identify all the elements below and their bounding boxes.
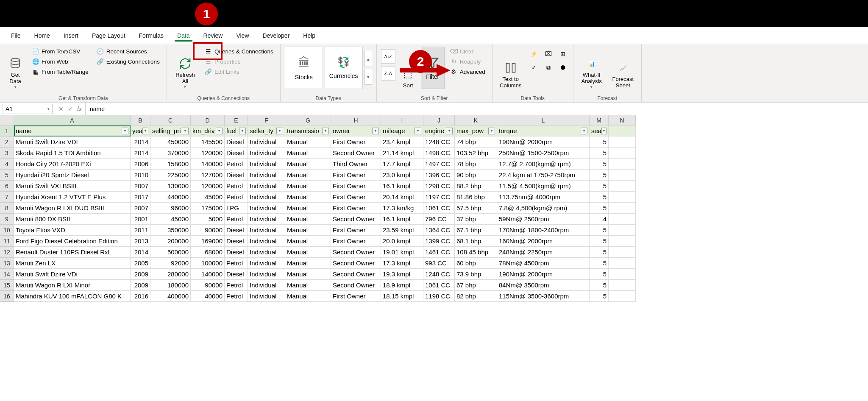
data-cell[interactable]: 20.0 kmpl [381, 236, 423, 247]
cancel-formula-button[interactable]: ✕ [58, 106, 64, 112]
data-cell[interactable]: Manual [285, 247, 331, 258]
data-cell[interactable]: 120000 [191, 181, 225, 192]
data-cell[interactable]: Diesel [225, 136, 248, 148]
data-cell[interactable]: Third Owner [331, 159, 381, 170]
data-cell[interactable]: Toyota Etios VXD [14, 225, 131, 236]
data-cell[interactable]: Individual [248, 291, 285, 302]
row-header-5[interactable]: 5 [0, 170, 14, 181]
data-cell[interactable]: 16.1 kmpl [381, 181, 423, 192]
column-header-G[interactable]: G [285, 115, 331, 125]
row-header-2[interactable]: 2 [0, 136, 14, 148]
advanced-filter-button[interactable]: ⚙Advanced [448, 67, 488, 76]
data-cell[interactable]: Manual [285, 148, 331, 159]
data-cell[interactable]: 2010 [131, 170, 150, 181]
from-table-range-button[interactable]: ▦From Table/Range [30, 67, 91, 76]
accept-formula-button[interactable]: ✓ [68, 106, 73, 112]
header-cell[interactable]: fuel▾ [225, 125, 248, 136]
data-cell[interactable]: 11.5@ 4,500(kgm@ rpm) [497, 181, 590, 192]
filter-dropdown[interactable]: ▾ [216, 128, 223, 134]
filter-dropdown[interactable]: ▾ [276, 128, 283, 134]
data-cell[interactable]: Mahindra KUV 100 mFALCON G80 K [14, 291, 131, 302]
header-cell[interactable]: torque▾ [497, 125, 590, 136]
data-cell[interactable]: 1461 CC [423, 247, 455, 258]
data-cell[interactable]: Second Owner [331, 258, 381, 269]
data-cell[interactable]: 190Nm@ 2000rpm [497, 269, 590, 280]
data-cell[interactable]: Maruti Swift Dzire VDi [14, 269, 131, 280]
data-cell[interactable]: First Owner [331, 181, 381, 192]
data-cell[interactable]: 280000 [150, 269, 191, 280]
data-cell[interactable]: Maruti Wagon R LXI DUO BSIII [14, 203, 131, 214]
data-cell[interactable]: Manual [285, 159, 331, 170]
data-cell[interactable]: Manual [285, 225, 331, 236]
data-cell[interactable]: 5 [590, 181, 609, 192]
data-cell[interactable]: 78 bhp [455, 159, 497, 170]
header-cell[interactable]: engine▾ [423, 125, 455, 136]
data-cell[interactable] [609, 225, 636, 236]
row-header-12[interactable]: 12 [0, 247, 14, 258]
data-cell[interactable]: 108.45 bhp [455, 247, 497, 258]
tab-file[interactable]: File [5, 29, 27, 42]
data-cell[interactable]: Diesel [225, 170, 248, 181]
data-cell[interactable]: 370000 [150, 148, 191, 159]
data-cell[interactable]: 2014 [131, 247, 150, 258]
data-cell[interactable]: 5 [590, 159, 609, 170]
from-text-csv-button[interactable]: 📄From Text/CSV [30, 47, 91, 56]
data-cell[interactable]: Manual [285, 269, 331, 280]
data-cell[interactable]: 5 [590, 291, 609, 302]
data-cell[interactable]: Honda City 2017-2020 EXi [14, 159, 131, 170]
data-cell[interactable]: 127000 [191, 170, 225, 181]
sort-asc-button[interactable]: A↓Z [381, 49, 395, 64]
row-header-8[interactable]: 8 [0, 203, 14, 214]
data-cell[interactable]: Individual [248, 236, 285, 247]
data-cell[interactable]: 5 [590, 136, 609, 148]
tab-view[interactable]: View [230, 29, 255, 42]
row-header-3[interactable]: 3 [0, 148, 14, 159]
data-cell[interactable]: First Owner [331, 236, 381, 247]
data-cell[interactable]: Individual [248, 258, 285, 269]
data-cell[interactable]: 140000 [191, 269, 225, 280]
column-header-B[interactable]: B [131, 115, 150, 125]
filter-dropdown[interactable]: ▾ [601, 128, 606, 134]
data-cell[interactable]: 23.59 kmpl [381, 225, 423, 236]
data-cell[interactable]: 1198 CC [423, 291, 455, 302]
data-cell[interactable]: 250Nm@ 1500-2500rpm [497, 148, 590, 159]
data-cell[interactable]: 5 [590, 203, 609, 214]
row-header-7[interactable]: 7 [0, 192, 14, 203]
data-cell[interactable]: 40000 [191, 291, 225, 302]
data-cell[interactable]: Petrol [225, 214, 248, 225]
data-cell[interactable] [609, 170, 636, 181]
data-cell[interactable]: 440000 [150, 192, 191, 203]
manage-model-button[interactable]: ⬢ [557, 62, 569, 73]
tab-formulas[interactable]: Formulas [133, 29, 170, 42]
tab-data[interactable]: Data [171, 29, 196, 42]
what-if-button[interactable]: 📊 What-IfAnalysis ▾ [578, 47, 606, 89]
data-cell[interactable]: 2016 [131, 291, 150, 302]
data-cell[interactable]: 19.3 kmpl [381, 269, 423, 280]
data-cell[interactable]: 1248 CC [423, 269, 455, 280]
data-cell[interactable]: Manual [285, 280, 331, 291]
existing-connections-button[interactable]: 🔗Existing Connections [95, 57, 162, 66]
filter-dropdown[interactable]: ▾ [488, 128, 495, 134]
data-cell[interactable]: Diesel [225, 247, 248, 258]
data-cell[interactable]: Maruti Zen LX [14, 258, 131, 269]
data-cell[interactable]: 67.1 bhp [455, 225, 497, 236]
data-cell[interactable]: 158000 [150, 159, 191, 170]
gallery-up-button[interactable]: ▲ [364, 51, 372, 67]
data-cell[interactable]: 17.7 kmpl [381, 159, 423, 170]
data-cell[interactable]: Individual [248, 269, 285, 280]
data-cell[interactable]: 23.4 kmpl [381, 136, 423, 148]
data-cell[interactable]: Individual [248, 159, 285, 170]
data-cell[interactable]: 73.9 bhp [455, 269, 497, 280]
data-cell[interactable]: 20.14 kmpl [381, 192, 423, 203]
data-cell[interactable]: 450000 [150, 136, 191, 148]
data-cell[interactable]: 57.5 bhp [455, 203, 497, 214]
tab-review[interactable]: Review [198, 29, 229, 42]
data-cell[interactable]: 145500 [191, 136, 225, 148]
data-cell[interactable]: 100000 [191, 258, 225, 269]
data-cell[interactable]: 4 [590, 214, 609, 225]
data-cell[interactable]: 74 bhp [455, 136, 497, 148]
row-header-9[interactable]: 9 [0, 214, 14, 225]
data-validation-button[interactable]: ✓ [528, 62, 540, 73]
data-cell[interactable]: Individual [248, 192, 285, 203]
data-cell[interactable]: 180000 [150, 280, 191, 291]
